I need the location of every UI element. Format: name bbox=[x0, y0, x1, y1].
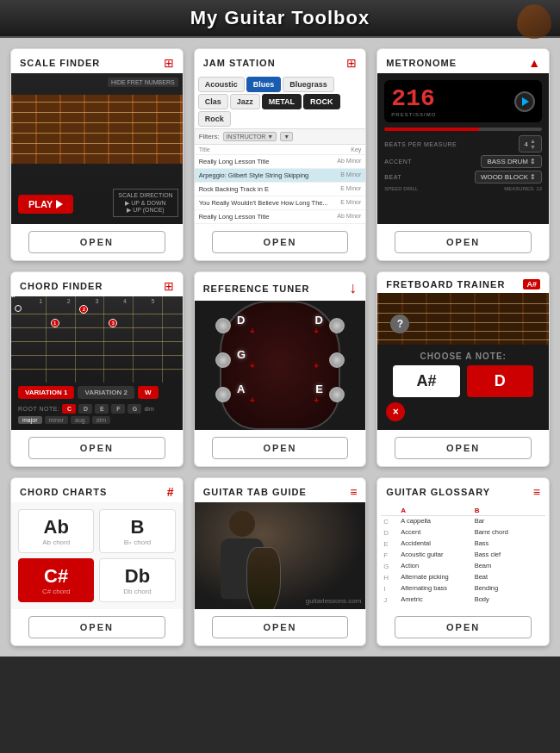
glossary-bending: Bending bbox=[472, 583, 545, 594]
plus-4[interactable]: + bbox=[314, 361, 319, 370]
beat-value[interactable]: WOOD BLOCK ⇕ bbox=[475, 171, 542, 184]
guitar-tab-guide-open-container: OPEN bbox=[195, 609, 366, 645]
choose-label: CHOOSE A NOTE: bbox=[384, 352, 542, 361]
variation-1-tab[interactable]: VARIATION 1 bbox=[18, 386, 74, 399]
root-d[interactable]: D bbox=[78, 404, 92, 414]
ft-string-5 bbox=[377, 339, 549, 340]
metronome-title: METRONOME bbox=[386, 58, 457, 68]
lesson-key-4: E Minor bbox=[340, 199, 361, 207]
plus-1[interactable]: + bbox=[250, 327, 255, 336]
chord-minor[interactable]: minor bbox=[45, 416, 69, 424]
guitar-tab-guide-open-button[interactable]: OPEN bbox=[212, 616, 349, 638]
chord-major[interactable]: major bbox=[18, 416, 42, 424]
filter-label: Filters: bbox=[199, 133, 220, 140]
glossary-a-cappella: A cappella bbox=[398, 516, 471, 527]
guitar-glossary-open-button[interactable]: OPEN bbox=[395, 616, 532, 638]
peg-6[interactable] bbox=[329, 387, 345, 402]
scale-finder-preview: HIDE FRET NUMBERS PLAY SCALE DIRECTION ▶… bbox=[11, 73, 183, 224]
genre-classical[interactable]: Clas bbox=[198, 94, 228, 109]
chord-charts-open-container: OPEN bbox=[11, 609, 183, 645]
lesson-item-2[interactable]: Arpeggio: Gilbert Style String Skipping … bbox=[195, 169, 366, 183]
reference-tuner-card: REFERENCE TUNER ↓ D G A D E bbox=[194, 271, 367, 467]
chord-aug[interactable]: aug bbox=[71, 416, 90, 424]
chord-ab[interactable]: Ab Ab chord bbox=[18, 509, 94, 553]
peg-2[interactable] bbox=[215, 352, 231, 368]
beats-up[interactable]: ▲ bbox=[530, 138, 536, 144]
beats-down[interactable]: ▼ bbox=[530, 144, 536, 150]
chord-dim[interactable]: dim bbox=[92, 416, 110, 424]
glossary-header-b: B bbox=[472, 506, 545, 516]
metro-slider[interactable] bbox=[384, 128, 542, 131]
metronome-open-button[interactable]: OPEN bbox=[395, 231, 532, 253]
root-g[interactable]: G bbox=[128, 404, 141, 414]
root-f[interactable]: F bbox=[111, 404, 125, 414]
lesson-item-4[interactable]: You Really Wouldn't Believe How Long The… bbox=[195, 196, 366, 210]
plus-6[interactable]: + bbox=[314, 395, 319, 405]
play-button[interactable]: PLAY bbox=[18, 195, 73, 214]
scale-direction: SCALE DIRECTION ▶ UP & DOWN ▶ UP (ONCE) bbox=[113, 189, 177, 217]
note-btn-asharp[interactable]: A# bbox=[393, 365, 459, 397]
genre-bluegrass[interactable]: Bluegrass bbox=[283, 77, 334, 92]
reference-tuner-open-button[interactable]: OPEN bbox=[212, 437, 349, 459]
peg-5[interactable] bbox=[329, 352, 345, 368]
chord-charts-open-button[interactable]: OPEN bbox=[28, 616, 165, 638]
glossary-action: Action bbox=[398, 561, 471, 572]
ft-content: CHOOSE A NOTE: A# D × bbox=[377, 352, 549, 397]
peg-4[interactable] bbox=[329, 318, 345, 333]
guitar-glossary-open-container: OPEN bbox=[377, 609, 549, 645]
genre-jazz[interactable]: Jazz bbox=[230, 94, 260, 109]
scale-finder-open-button[interactable]: OPEN bbox=[28, 231, 165, 253]
peg-3[interactable] bbox=[215, 387, 231, 402]
letter-h: H bbox=[381, 572, 398, 583]
fretboard-trainer-open-button[interactable]: OPEN bbox=[395, 437, 532, 459]
genre-acoustic[interactable]: Acoustic bbox=[198, 77, 245, 92]
plus-3[interactable]: + bbox=[250, 361, 255, 370]
lesson-item-3[interactable]: Rock Backing Track in E E Minor bbox=[195, 183, 366, 196]
genre-rock[interactable]: ROCK bbox=[303, 94, 340, 109]
ft-x-button[interactable]: × bbox=[386, 402, 405, 421]
accent-value[interactable]: BASS DRUM ⇕ bbox=[481, 155, 542, 168]
lesson-key-1: Ab Minor bbox=[337, 158, 361, 165]
chord-csharp[interactable]: C# C# chord bbox=[18, 558, 94, 602]
measures-label: MEASURES: 12 bbox=[504, 186, 542, 191]
jam-station-open-container: OPEN bbox=[195, 224, 366, 260]
fretboard bbox=[11, 95, 183, 164]
note-btn-d[interactable]: D bbox=[467, 365, 533, 397]
jam-station-icon: ⊞ bbox=[346, 56, 357, 70]
chord-db[interactable]: Db Db chord bbox=[99, 558, 175, 602]
variation-2-tab[interactable]: VARIATION 2 bbox=[78, 386, 134, 399]
note-a: A bbox=[237, 383, 245, 395]
filter-extra[interactable]: ▼ bbox=[280, 132, 293, 141]
jam-station-open-button[interactable]: OPEN bbox=[212, 231, 349, 253]
beats-stepper[interactable]: ▲ ▼ bbox=[530, 138, 536, 150]
variation-3-tab[interactable]: W bbox=[138, 386, 159, 399]
peg-1[interactable] bbox=[215, 318, 231, 333]
filter-instructor[interactable]: INSTRUCTOR ▼ bbox=[223, 132, 277, 141]
chord-finder-open-container: OPEN bbox=[11, 430, 183, 466]
hide-fret-btn[interactable]: HIDE FRET NUMBERS bbox=[108, 78, 178, 87]
fret-num-2: 2 bbox=[67, 298, 71, 304]
genre-rock2[interactable]: Rock bbox=[198, 111, 231, 127]
filter-bar: Filters: INSTRUCTOR ▼ ▼ bbox=[195, 128, 366, 145]
genre-blues[interactable]: Blues bbox=[246, 77, 282, 92]
genre-metal[interactable]: METAL bbox=[262, 94, 302, 109]
chord-finder-card: CHORD FINDER ⊞ 1 2 3 bbox=[10, 271, 184, 467]
root-c[interactable]: C bbox=[62, 404, 76, 414]
main-grid: SCALE FINDER ⊞ HIDE FRET NUMBERS PLAY bbox=[0, 38, 560, 657]
lesson-item-5[interactable]: Really Long Lesson Title Ab Minor bbox=[195, 210, 366, 224]
chord-finder-open-button[interactable]: OPEN bbox=[28, 437, 165, 459]
plus-2[interactable]: + bbox=[314, 327, 319, 336]
metro-play-button[interactable] bbox=[514, 91, 535, 112]
metro-beats-row: BEATS PER MEASURE 4 ▲ ▼ bbox=[384, 135, 542, 152]
tab-guide-watermark: guitarlessons.com bbox=[306, 597, 361, 605]
chord-b[interactable]: B B♭ chord bbox=[99, 509, 175, 553]
metro-play-icon bbox=[522, 97, 529, 106]
lesson-item-1[interactable]: Really Long Lesson Title Ab Minor bbox=[195, 155, 366, 169]
note-g: G bbox=[237, 348, 246, 361]
plus-5[interactable]: + bbox=[250, 395, 255, 405]
guitar-glossary-header: GUITAR GLOSSARY ≡ bbox=[377, 478, 549, 502]
scale-finder-icon: ⊞ bbox=[164, 56, 174, 70]
root-e[interactable]: E bbox=[95, 404, 109, 414]
letter-e: E bbox=[381, 538, 398, 550]
metronome-header: METRONOME ▲ bbox=[377, 49, 549, 73]
